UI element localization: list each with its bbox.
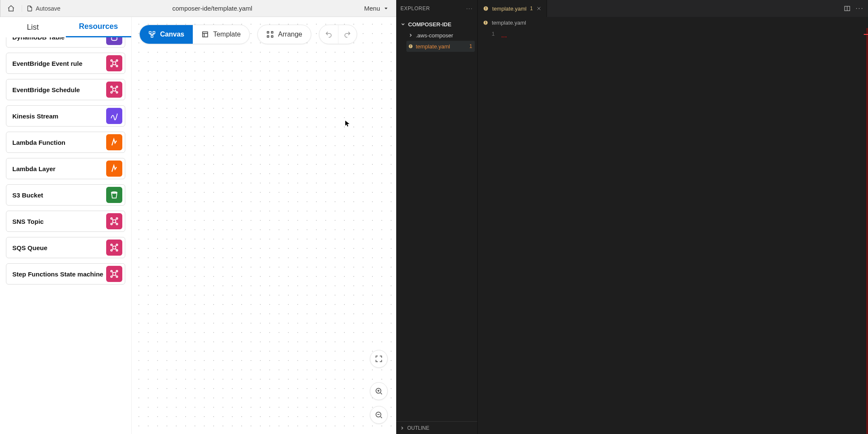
resource-item[interactable]: S3 Bucket bbox=[6, 184, 125, 206]
resource-label: DynamoDB Table bbox=[12, 37, 65, 41]
menu-label: Menu bbox=[364, 5, 380, 12]
svg-rect-32 bbox=[271, 31, 273, 33]
menu-button[interactable]: Menu bbox=[364, 5, 391, 12]
tree-file-label: template.yaml bbox=[416, 43, 450, 50]
canvas-label: Canvas bbox=[160, 31, 184, 38]
tree-file[interactable]: template.yaml 1 bbox=[406, 41, 475, 52]
svg-rect-33 bbox=[267, 36, 269, 37]
code-content[interactable] bbox=[499, 28, 868, 434]
zoom-out-button[interactable] bbox=[370, 406, 388, 424]
explorer-more-button[interactable]: ··· bbox=[466, 6, 473, 11]
canvas-toolbar: Canvas Template Arrange bbox=[139, 25, 357, 44]
warning-icon bbox=[408, 44, 413, 49]
svg-point-22 bbox=[113, 272, 116, 275]
svg-point-26 bbox=[116, 276, 118, 278]
editor-panel: template.yaml 1 ··· template.yaml 1 bbox=[478, 0, 868, 434]
tree-folder-label: .aws-composer bbox=[416, 32, 453, 39]
svg-rect-30 bbox=[203, 32, 208, 37]
resource-label: Kinesis Stream bbox=[12, 113, 58, 120]
resource-service-icon bbox=[106, 266, 122, 282]
svg-point-3 bbox=[116, 60, 118, 62]
undo-button[interactable] bbox=[319, 25, 338, 44]
svg-point-19 bbox=[116, 244, 118, 246]
template-icon bbox=[201, 31, 209, 38]
resource-sidebar: List Resources DynamoDB TableEventBridge… bbox=[0, 17, 132, 434]
cursor-icon bbox=[345, 121, 349, 127]
arrange-pill: Arrange bbox=[257, 25, 311, 44]
tab-resources[interactable]: Resources bbox=[66, 17, 132, 37]
tree-root-label: COMPOSER-IDE bbox=[408, 21, 451, 28]
canvas-button[interactable]: Canvas bbox=[140, 25, 193, 44]
canvas-area[interactable]: Canvas Template Arrange bbox=[132, 17, 396, 434]
error-strip[interactable] bbox=[866, 28, 868, 434]
autosave-label: Autosave bbox=[36, 5, 60, 12]
svg-rect-31 bbox=[267, 31, 269, 33]
home-button[interactable] bbox=[6, 3, 17, 14]
svg-point-7 bbox=[111, 86, 113, 88]
resource-item[interactable]: Step Functions State machine bbox=[6, 263, 125, 285]
resource-item[interactable]: DynamoDB Table bbox=[6, 37, 125, 48]
resource-item[interactable]: SQS Queue bbox=[6, 237, 125, 258]
resource-item[interactable]: EventBridge Schedule bbox=[6, 79, 125, 100]
fit-button[interactable] bbox=[370, 350, 388, 368]
resource-label: Lambda Layer bbox=[12, 165, 56, 172]
svg-point-21 bbox=[116, 250, 118, 251]
svg-point-4 bbox=[111, 65, 113, 67]
explorer-header: EXPLORER ··· bbox=[396, 0, 477, 17]
resource-service-icon bbox=[106, 108, 122, 124]
code-area[interactable]: 1 bbox=[478, 28, 868, 434]
composer-body: List Resources DynamoDB TableEventBridge… bbox=[0, 17, 396, 434]
home-icon bbox=[7, 5, 15, 12]
redo-icon bbox=[344, 31, 351, 38]
chevron-right-icon bbox=[408, 33, 413, 38]
zoom-in-icon bbox=[375, 387, 383, 395]
resource-item[interactable]: SNS Topic bbox=[6, 211, 125, 232]
svg-point-1 bbox=[113, 62, 116, 65]
fit-icon bbox=[375, 355, 383, 363]
resource-label: EventBridge Event rule bbox=[12, 60, 82, 67]
tab-list[interactable]: List bbox=[0, 17, 66, 37]
tree-file-badge: 1 bbox=[469, 43, 472, 49]
resource-label: Lambda Function bbox=[12, 139, 65, 146]
resource-item[interactable]: Lambda Function bbox=[6, 132, 125, 153]
caret-down-icon bbox=[383, 6, 389, 11]
undo-icon bbox=[325, 31, 333, 38]
resource-item[interactable]: EventBridge Event rule bbox=[6, 53, 125, 74]
svg-rect-45 bbox=[485, 21, 486, 23]
resource-item[interactable]: Lambda Layer bbox=[6, 158, 125, 179]
split-editor-button[interactable] bbox=[844, 5, 851, 12]
svg-point-8 bbox=[116, 86, 118, 88]
split-icon bbox=[844, 5, 851, 12]
svg-rect-39 bbox=[411, 47, 411, 48]
svg-rect-29 bbox=[151, 35, 153, 37]
file-icon bbox=[26, 5, 33, 12]
warning-icon bbox=[483, 20, 488, 25]
outline-section[interactable]: OUTLINE bbox=[396, 421, 477, 434]
svg-rect-28 bbox=[153, 31, 155, 34]
chevron-down-icon bbox=[400, 22, 406, 27]
tree-root[interactable]: COMPOSER-IDE bbox=[399, 19, 475, 30]
editor-more-button[interactable]: ··· bbox=[856, 5, 864, 12]
editor-tab-close[interactable] bbox=[536, 6, 541, 11]
resource-item[interactable]: Kinesis Stream bbox=[6, 105, 125, 127]
editor-tab[interactable]: template.yaml 1 bbox=[478, 0, 547, 17]
redo-button[interactable] bbox=[338, 25, 357, 44]
svg-rect-34 bbox=[271, 36, 273, 37]
chevron-right-icon bbox=[400, 426, 405, 431]
close-icon bbox=[536, 6, 541, 11]
resource-list: DynamoDB TableEventBridge Event ruleEven… bbox=[0, 37, 131, 434]
tree-folder[interactable]: .aws-composer bbox=[406, 30, 475, 41]
svg-point-6 bbox=[113, 88, 116, 91]
resource-label: EventBridge Schedule bbox=[12, 86, 80, 93]
zoom-in-button[interactable] bbox=[370, 382, 388, 400]
svg-point-9 bbox=[111, 92, 113, 93]
resource-label: SQS Queue bbox=[12, 244, 48, 251]
resource-service-icon bbox=[106, 240, 122, 256]
error-marker[interactable] bbox=[864, 34, 868, 35]
arrange-button[interactable]: Arrange bbox=[258, 25, 311, 44]
template-button[interactable]: Template bbox=[193, 25, 249, 44]
editor-breadcrumb[interactable]: template.yaml bbox=[478, 17, 868, 28]
composer-panel: Autosave composer-ide/template.yaml Menu… bbox=[0, 0, 396, 434]
svg-point-15 bbox=[111, 223, 113, 225]
autosave-indicator: Autosave bbox=[22, 5, 60, 12]
